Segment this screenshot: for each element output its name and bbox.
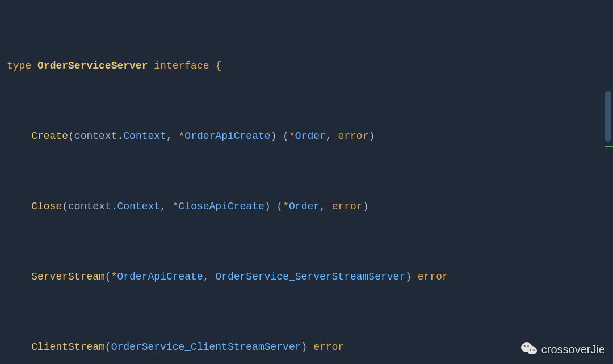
- scrollbar-caret-marker: [605, 146, 613, 147]
- vertical-scrollbar-thumb[interactable]: [605, 91, 611, 142]
- vertical-scrollbar-track[interactable]: [605, 0, 612, 364]
- code-editor-viewport[interactable]: type OrderServiceServer interface { Crea…: [0, 0, 613, 364]
- brace-open: {: [215, 60, 221, 71]
- code-line: Create(context.Context, *OrderApiCreate)…: [0, 128, 613, 145]
- method-close: Close: [31, 201, 62, 212]
- method-create: Create: [31, 130, 68, 142]
- keyword-type: type: [7, 60, 31, 71]
- code-line: Close(context.Context, *CloseApiCreate) …: [0, 198, 613, 215]
- code-line: ServerStream(*OrderApiCreate, OrderServi…: [0, 268, 613, 286]
- watermark-label: crossoverJie: [541, 341, 605, 358]
- watermark: crossoverJie: [521, 341, 605, 358]
- keyword-interface: interface: [154, 60, 209, 71]
- wechat-icon: [521, 342, 538, 357]
- identifier-interface-name: OrderServiceServer: [37, 60, 148, 71]
- method-serverstream: ServerStream: [31, 271, 105, 282]
- code-line: type OrderServiceServer interface {: [0, 57, 613, 75]
- method-clientstream: ClientStream: [31, 341, 105, 353]
